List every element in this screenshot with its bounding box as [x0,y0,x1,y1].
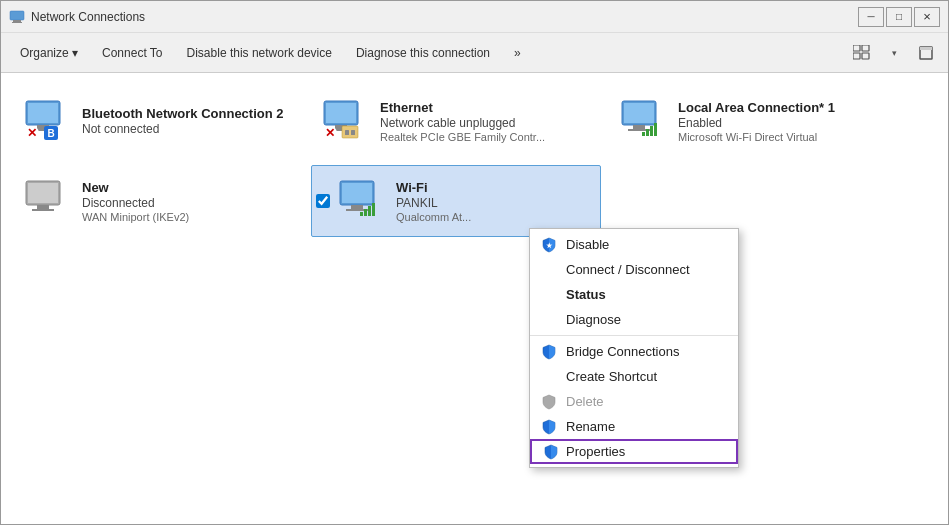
ctx-bridge-icon [540,343,558,361]
grid-view-icon [853,45,871,61]
svg-rect-3 [853,45,860,51]
toolbar: Organize ▾ Connect To Disable this netwo… [1,33,948,73]
wifi-status: PANKIL [396,196,471,210]
disable-network-button[interactable]: Disable this network device [176,41,343,65]
svg-rect-25 [351,130,355,135]
svg-rect-28 [633,125,645,129]
wifi-net-info: Wi-Fi PANKIL Qualcomm At... [396,180,471,223]
svg-rect-42 [360,212,363,216]
ctx-delete-icon [540,393,558,411]
ctx-diagnose-label: Diagnose [566,312,621,327]
ctx-connect-disconnect[interactable]: Connect / Disconnect [530,257,738,282]
wifi-checkbox[interactable] [316,194,330,208]
window-maximize-button[interactable] [912,41,940,65]
ethernet-icon-container: ✕ [320,95,372,147]
local-name: Local Area Connection* 1 [678,100,835,115]
wifi-detail: Qualcomm At... [396,211,471,223]
network-item-wifi[interactable]: Wi-Fi PANKIL Qualcomm At... [311,165,601,237]
svg-rect-33 [654,123,657,136]
ctx-status[interactable]: Status [530,282,738,307]
ctx-rename[interactable]: Rename [530,414,738,439]
diagnose-connection-button[interactable]: Diagnose this connection [345,41,501,65]
ethernet-detail: Realtek PCIe GBE Family Contr... [380,131,545,143]
shield-icon-delete [541,394,557,410]
toolbar-right: ▾ [848,41,940,65]
shield-icon-rename [541,419,557,435]
svg-rect-1 [13,20,21,22]
svg-rect-6 [862,53,869,59]
svg-rect-40 [351,205,363,209]
svg-rect-44 [368,206,371,216]
svg-rect-2 [12,22,22,23]
ctx-status-label: Status [566,287,606,302]
ctx-disable[interactable]: ★ Disable [530,232,738,257]
context-menu: ★ Disable Connect / Disconnect Status Di… [529,228,739,468]
svg-rect-36 [37,205,49,209]
new-status: Disconnected [82,196,189,210]
ctx-diagnose[interactable]: Diagnose [530,307,738,332]
shield-icon-bridge [541,344,557,360]
view-icon-button[interactable] [848,41,876,65]
svg-rect-32 [650,126,653,136]
shield-icon-properties [543,444,559,460]
computer-monitor-icon: ✕ B [22,95,70,143]
new-icon-container [22,175,74,227]
maximize-button[interactable]: □ [886,7,912,27]
network-item-bluetooth[interactable]: ✕ B Bluetooth Network Connection 2 Not c… [13,85,303,157]
ctx-delete: Delete [530,389,738,414]
local-monitor-icon [618,95,666,143]
ctx-bridge-label: Bridge Connections [566,344,679,359]
svg-rect-43 [364,209,367,216]
ctx-shortcut-label: Create Shortcut [566,369,657,384]
window-icon [9,9,25,25]
svg-rect-37 [32,209,54,211]
wifi-monitor-icon [336,175,384,223]
more-button[interactable]: » [503,41,532,65]
minimize-button[interactable]: ─ [858,7,884,27]
view-dropdown-button[interactable]: ▾ [880,41,908,65]
svg-rect-39 [342,183,372,203]
ctx-properties-label: Properties [566,444,625,459]
bluetooth-net-info: Bluetooth Network Connection 2 Not conne… [82,106,284,136]
ctx-disable-label: Disable [566,237,609,252]
network-connections-window: Network Connections ─ □ × Organize ▾ Con… [0,0,949,525]
svg-rect-31 [646,129,649,136]
svg-text:✕: ✕ [325,126,335,140]
svg-rect-45 [372,203,375,216]
bluetooth-status: Not connected [82,122,284,136]
new-detail: WAN Miniport (IKEv2) [82,211,189,223]
svg-rect-24 [345,130,349,135]
ctx-properties-icon [542,443,560,461]
ctx-delete-label: Delete [566,394,604,409]
ethernet-status: Network cable unplugged [380,116,545,130]
svg-rect-10 [28,103,58,123]
new-net-info: New Disconnected WAN Miniport (IKEv2) [82,180,189,223]
svg-text:✕: ✕ [27,126,37,140]
svg-rect-5 [853,53,860,59]
ethernet-name: Ethernet [380,100,545,115]
ctx-connect-label: Connect / Disconnect [566,262,690,277]
local-status: Enabled [678,116,835,130]
ctx-properties[interactable]: Properties [530,439,738,464]
connect-to-button[interactable]: Connect To [91,41,174,65]
new-name: New [82,180,189,195]
shield-icon-disable: ★ [541,237,557,253]
svg-rect-0 [10,11,24,20]
svg-rect-27 [624,103,654,123]
new-monitor-icon [22,175,70,223]
maximize-icon [919,46,933,60]
organize-button[interactable]: Organize ▾ [9,41,89,65]
title-bar: Network Connections ─ □ × [1,1,948,33]
svg-text:B: B [47,128,54,139]
network-item-ethernet[interactable]: ✕ Ethernet Network cable unplugged Realt… [311,85,601,157]
ctx-separator-1 [530,335,738,336]
ctx-shortcut[interactable]: Create Shortcut [530,364,738,389]
svg-rect-35 [28,183,58,203]
network-item-local[interactable]: Local Area Connection* 1 Enabled Microso… [609,85,899,157]
network-item-new[interactable]: New Disconnected WAN Miniport (IKEv2) [13,165,303,237]
svg-rect-23 [342,126,358,138]
svg-rect-18 [326,103,356,123]
ctx-bridge[interactable]: Bridge Connections [530,339,738,364]
ctx-rename-label: Rename [566,419,615,434]
close-button[interactable]: × [914,7,940,27]
